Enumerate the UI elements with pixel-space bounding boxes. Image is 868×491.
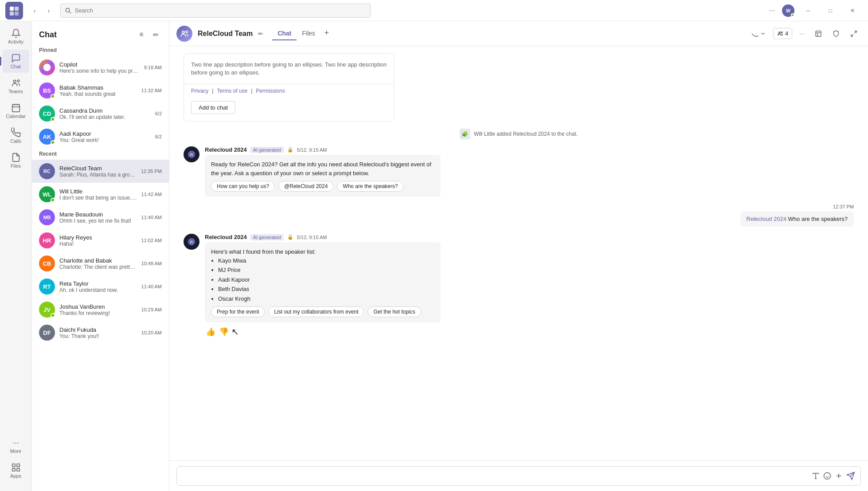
marie-preview: Ohhh I see, yes let me fix that! <box>59 218 137 224</box>
user-avatar[interactable]: W <box>782 4 794 17</box>
online-indicator <box>791 13 794 17</box>
more-button[interactable]: ··· <box>766 4 778 17</box>
svg-line-24 <box>854 31 856 33</box>
emoji-button[interactable] <box>823 472 831 480</box>
chat-item-relecloud[interactable]: RC ReleCloud Team Sarah: Plus, Atlanta h… <box>32 160 169 183</box>
chat-item-reta[interactable]: RT Reta Taylor Ah, ok I understand now. … <box>32 275 169 298</box>
minimize-button[interactable]: ─ <box>798 4 818 18</box>
charlotte-time: 10:48 AM <box>141 261 162 266</box>
chat-item-copilot[interactable]: Copilot Here's some info to help you pre… <box>32 56 169 79</box>
online-dot <box>51 94 55 98</box>
terms-link[interactable]: Terms of use <box>217 88 247 94</box>
chip-help[interactable]: How can you help us? <box>211 181 275 192</box>
chat-item-babak[interactable]: BS Babak Shammas Yeah, that sounds great… <box>32 79 169 102</box>
chip-speakers[interactable]: Who are the speakers? <box>337 181 403 192</box>
expand-icon <box>850 30 857 37</box>
tab-chat[interactable]: Chat <box>272 27 297 40</box>
edit-name-icon[interactable]: ✏ <box>258 30 263 37</box>
close-button[interactable]: ✕ <box>842 4 863 18</box>
search-input[interactable] <box>75 7 366 14</box>
charlotte-name: Charlotte and Babak <box>59 257 137 264</box>
charlotte-info: Charlotte and Babak Charlotte: The clien… <box>59 257 137 270</box>
sidebar-item-calendar[interactable]: Calendar <box>3 99 29 122</box>
search-bar[interactable] <box>60 4 371 18</box>
chat-item-joshua[interactable]: JV Joshua VanBuren Thanks for reviewing!… <box>32 298 169 321</box>
sidebar-item-files[interactable]: Files <box>3 149 29 172</box>
lock-icon-1: 🔒 <box>287 147 293 153</box>
thumbs-up-button[interactable]: 👍 <box>205 326 216 338</box>
chat-main-area: ReleCloud Team ✏ Chat Files + 4 ··· <box>169 21 868 491</box>
sidebar-item-calls[interactable]: Calls <box>3 124 29 147</box>
sidebar-item-more[interactable]: ··· More <box>3 435 29 457</box>
svg-rect-13 <box>16 464 19 467</box>
marie-name: Marie Beaudouin <box>59 211 137 218</box>
shield-btn[interactable] <box>829 28 843 39</box>
sidebar-item-teams[interactable]: Teams <box>3 75 29 98</box>
add-tab-button[interactable]: + <box>321 27 333 39</box>
svg-line-25 <box>851 34 853 36</box>
people-icon <box>777 31 783 37</box>
format-icon <box>812 472 820 480</box>
chip-topics[interactable]: Get the hot topics <box>368 306 421 317</box>
system-message: 🧩 Will Little added Relecloud 2024 to th… <box>184 129 854 139</box>
call-button[interactable] <box>747 28 770 39</box>
permissions-link[interactable]: Permissions <box>256 88 285 94</box>
maximize-button[interactable]: □ <box>820 4 841 18</box>
svg-rect-15 <box>16 468 19 471</box>
more-options-button[interactable]: ··· <box>796 28 808 39</box>
svg-text:R: R <box>190 240 193 244</box>
cassandra-avatar: CD <box>39 106 55 122</box>
hilary-info: Hilary Reyes Haha! <box>59 234 137 247</box>
marie-time: 11:40 AM <box>141 215 162 220</box>
chip-collaborators[interactable]: List out my collaborators from event <box>268 306 364 317</box>
new-chat-button[interactable]: ✏ <box>149 28 162 41</box>
filter-button[interactable]: ≡ <box>135 28 148 41</box>
sidebar-bottom: ··· More Apps <box>3 435 29 491</box>
back-button[interactable]: ‹ <box>28 4 41 17</box>
sidebar-item-chat[interactable]: Chat <box>3 50 29 73</box>
participants-button[interactable]: 4 <box>773 28 792 39</box>
app-card-desc-line2: before going to an ellipses. <box>191 69 387 77</box>
chip-prep[interactable]: Prep for the event <box>211 306 265 317</box>
recent-label: Recent <box>32 148 169 160</box>
thumbs-down-button[interactable]: 👎 <box>218 326 230 338</box>
online-dot-3 <box>51 140 55 145</box>
chat-item-hilary[interactable]: HR Hilary Reyes Haha! 11:02 AM <box>32 229 169 252</box>
cassandra-name: Cassandra Dunn <box>59 107 151 114</box>
chat-item-will[interactable]: WL Will Little I don't see that being an… <box>32 183 169 206</box>
edit-icon-btn[interactable] <box>811 28 825 39</box>
chip-relecloud[interactable]: @ReleCloud 2024 <box>278 181 333 192</box>
chat-item-cassandra[interactable]: CD Cassandra Dunn Ok. I'll send an updat… <box>32 102 169 125</box>
attach-button[interactable] <box>835 472 843 480</box>
relecloud-name: ReleCloud Team <box>59 165 137 172</box>
tab-files[interactable]: Files <box>297 27 321 40</box>
will-time: 11:42 AM <box>141 192 162 197</box>
send-button[interactable] <box>846 471 855 480</box>
forward-button[interactable]: › <box>43 4 55 17</box>
chat-item-daichi[interactable]: DF Daichi Fukuda You: Thank you!! 10:20 … <box>32 321 169 344</box>
sidebar-item-activity[interactable]: Activity <box>3 25 29 48</box>
add-to-chat-button[interactable]: Add to chat <box>191 101 235 114</box>
format-button[interactable] <box>812 472 820 480</box>
svg-point-17 <box>182 31 184 33</box>
teams-label: Teams <box>8 89 23 94</box>
cassandra-preview: Ok. I'll send an update later. <box>59 114 151 120</box>
message-input[interactable] <box>182 473 808 479</box>
chat-item-aadi[interactable]: AK Aadi Kapoor You: Great work! 6/2 <box>32 125 169 148</box>
online-dot-4 <box>51 198 55 202</box>
chat-icon <box>11 53 21 63</box>
speaker-2: MJ Price <box>218 266 434 275</box>
bot-msg-2-content: Relecloud 2024 AI generated 🔒 5/12, 9:15… <box>205 234 441 338</box>
svg-point-16 <box>43 64 51 71</box>
chat-item-charlotte[interactable]: CB Charlotte and Babak Charlotte: The cl… <box>32 252 169 275</box>
expand-btn[interactable] <box>847 28 861 39</box>
privacy-link[interactable]: Privacy <box>191 88 208 94</box>
cursor-indicator: ↖ <box>231 326 239 337</box>
emoji-icon <box>823 472 831 480</box>
relecloud-avatar: RC <box>39 163 55 179</box>
chat-item-marie[interactable]: MB Marie Beaudouin Ohhh I see, yes let m… <box>32 206 169 229</box>
sidebar-item-apps[interactable]: Apps <box>3 459 29 482</box>
titlebar: ‹ › ··· W ─ □ ✕ <box>0 0 868 21</box>
bot-chips-2: Prep for the event List out my collabora… <box>211 306 434 317</box>
aadi-avatar: AK <box>39 129 55 145</box>
